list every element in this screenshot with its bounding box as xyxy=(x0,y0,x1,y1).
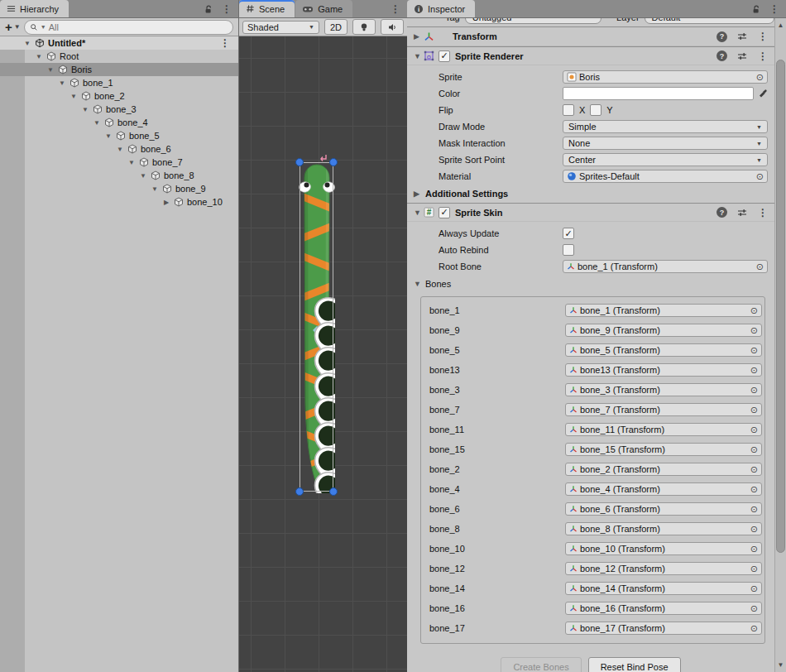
bone-object-field[interactable]: bone_16 (Transform) ⊙ xyxy=(565,602,762,615)
object-picker-icon[interactable]: ⊙ xyxy=(750,584,758,593)
shading-mode-dropdown[interactable]: Shaded ▼ xyxy=(242,21,319,34)
help-icon[interactable]: ? xyxy=(717,50,727,61)
bone-object-field[interactable]: bone_1 (Transform) ⊙ xyxy=(565,304,762,317)
component-menu-icon[interactable]: ⋮ xyxy=(758,31,768,41)
scrollbar-thumb[interactable] xyxy=(776,60,785,553)
foldout-arrow[interactable]: ▼ xyxy=(23,40,31,47)
object-picker-icon[interactable]: ⊙ xyxy=(750,564,758,574)
component-enabled-checkbox[interactable] xyxy=(439,50,450,62)
hierarchy-row[interactable]: ▼ bone_2 ⋮ xyxy=(0,89,238,103)
hierarchy-row[interactable]: ▶ bone_10 ⋮ xyxy=(0,195,238,209)
foldout-arrow[interactable]: ▼ xyxy=(104,132,113,140)
help-icon[interactable]: ? xyxy=(717,31,727,42)
hierarchy-row[interactable]: ▼ Untitled* ⋮ xyxy=(0,36,238,50)
hierarchy-row[interactable]: ▼ Root ⋮ xyxy=(0,50,238,63)
bone-object-field[interactable]: bone_8 (Transform) ⊙ xyxy=(565,522,762,535)
toggle-2d-button[interactable]: 2D xyxy=(324,19,347,35)
bone-object-field[interactable]: bone_5 (Transform) ⊙ xyxy=(565,343,762,357)
object-picker-icon[interactable]: ⊙ xyxy=(750,366,758,375)
selection-handle-bottom-right[interactable] xyxy=(329,487,338,496)
bone-object-field[interactable]: bone_14 (Transform) ⊙ xyxy=(565,582,762,595)
tab-hierarchy[interactable]: Hierarchy xyxy=(0,0,69,17)
object-picker-icon[interactable]: ⊙ xyxy=(750,346,758,355)
lock-icon[interactable] xyxy=(751,4,761,14)
hierarchy-row[interactable]: ▼ bone_9 ⋮ xyxy=(0,182,238,195)
reset-bind-pose-button[interactable]: Reset Bind Pose xyxy=(588,657,681,672)
hierarchy-menu-icon[interactable]: ⋮ xyxy=(222,4,232,14)
always-update-checkbox[interactable] xyxy=(563,228,574,239)
pivot-marker-icon[interactable] xyxy=(319,154,328,164)
hierarchy-row[interactable]: ▼ Boris ⋮ xyxy=(0,63,238,76)
hierarchy-row-menu-icon[interactable]: ⋮ xyxy=(220,38,230,48)
sprite-object-field[interactable]: Boris ⊙ xyxy=(563,70,768,84)
inspector-scrollbar[interactable]: ▲ ▼ xyxy=(774,18,786,672)
hierarchy-row[interactable]: ▼ bone_8 ⋮ xyxy=(0,169,238,182)
selection-handle-top-right[interactable] xyxy=(329,158,338,166)
presets-icon[interactable] xyxy=(737,31,748,41)
tab-scene[interactable]: Scene xyxy=(239,0,295,17)
bone-object-field[interactable]: bone_11 (Transform) ⊙ xyxy=(565,423,762,436)
presets-icon[interactable] xyxy=(737,208,748,218)
bone-object-field[interactable]: bone_3 (Transform) ⊙ xyxy=(565,383,762,396)
bone-object-field[interactable]: bone_7 (Transform) ⊙ xyxy=(565,403,762,416)
object-picker-icon[interactable]: ⊙ xyxy=(750,485,758,494)
lock-icon[interactable] xyxy=(204,4,213,14)
eyedropper-icon[interactable] xyxy=(758,89,768,98)
foldout-arrow[interactable]: ▼ xyxy=(116,146,124,153)
component-menu-icon[interactable]: ⋮ xyxy=(758,208,768,218)
object-picker-icon[interactable]: ⊙ xyxy=(756,73,764,82)
lighting-toggle-button[interactable] xyxy=(352,19,376,35)
selection-handle-top-left[interactable] xyxy=(295,158,304,166)
auto-rebind-checkbox[interactable] xyxy=(563,244,574,256)
object-picker-icon[interactable]: ⊙ xyxy=(750,624,758,633)
object-picker-icon[interactable]: ⊙ xyxy=(750,604,758,613)
object-picker-icon[interactable]: ⊙ xyxy=(750,445,758,454)
object-picker-icon[interactable]: ⊙ xyxy=(756,172,764,181)
presets-icon[interactable] xyxy=(737,51,748,61)
mask-interaction-dropdown[interactable]: None▼ xyxy=(563,137,768,150)
foldout-arrow[interactable]: ▼ xyxy=(151,185,159,193)
scroll-up-icon[interactable]: ▲ xyxy=(775,22,786,29)
tab-game[interactable]: Game xyxy=(295,0,352,17)
create-object-button[interactable]: +▼ xyxy=(5,20,21,34)
foldout-arrow[interactable]: ▼ xyxy=(414,52,424,60)
tag-dropdown[interactable]: Untagged xyxy=(465,18,601,24)
foldout-arrow[interactable]: ▼ xyxy=(93,119,101,127)
object-picker-icon[interactable]: ⊙ xyxy=(750,525,758,534)
hierarchy-row[interactable]: ▼ bone_1 ⋮ xyxy=(0,76,238,89)
transform-component-header[interactable]: ▶ Transform ? ⋮ xyxy=(407,27,774,46)
object-picker-icon[interactable]: ⊙ xyxy=(750,505,758,514)
object-picker-icon[interactable]: ⊙ xyxy=(750,306,758,315)
additional-settings-foldout[interactable]: ▶ Additional Settings xyxy=(407,185,774,203)
hierarchy-search-input[interactable]: ▼ All xyxy=(24,20,233,35)
tab-inspector[interactable]: Inspector xyxy=(407,0,475,17)
object-picker-icon[interactable]: ⊙ xyxy=(750,465,758,474)
selection-handle-bottom-left[interactable] xyxy=(295,487,304,496)
hierarchy-row[interactable]: ▼ bone_7 ⋮ xyxy=(0,156,238,169)
bone-object-field[interactable]: bone_17 (Transform) ⊙ xyxy=(565,622,762,635)
hierarchy-row[interactable]: ▼ bone_6 ⋮ xyxy=(0,142,238,156)
object-picker-icon[interactable]: ⊙ xyxy=(750,545,758,554)
foldout-arrow[interactable]: ▶ xyxy=(414,32,424,41)
material-object-field[interactable]: Sprites-Default ⊙ xyxy=(563,170,768,183)
layer-dropdown[interactable]: Default xyxy=(645,18,774,24)
component-enabled-checkbox[interactable] xyxy=(439,207,450,218)
bone-object-field[interactable]: bone_6 (Transform) ⊙ xyxy=(565,502,762,516)
foldout-arrow[interactable]: ▼ xyxy=(46,66,55,74)
foldout-arrow[interactable]: ▼ xyxy=(139,172,147,180)
bone-object-field[interactable]: bone_2 (Transform) ⊙ xyxy=(565,463,762,476)
sprite-skin-component-header[interactable]: ▼ Sprite Skin ? ⋮ xyxy=(407,203,774,222)
bone-object-field[interactable]: bone_10 (Transform) ⊙ xyxy=(565,542,762,555)
object-picker-icon[interactable]: ⊙ xyxy=(750,386,758,395)
scene-viewport[interactable] xyxy=(239,36,407,672)
bone-object-field[interactable]: bone_9 (Transform) ⊙ xyxy=(565,324,762,337)
object-picker-icon[interactable]: ⊙ xyxy=(750,326,758,335)
create-bones-button[interactable]: Create Bones xyxy=(501,657,581,672)
sprite-sort-point-dropdown[interactable]: Center▼ xyxy=(563,153,768,166)
foldout-arrow[interactable]: ▼ xyxy=(127,159,136,166)
hierarchy-row[interactable]: ▼ bone_3 ⋮ xyxy=(0,103,238,116)
component-menu-icon[interactable]: ⋮ xyxy=(758,51,768,61)
help-icon[interactable]: ? xyxy=(717,207,727,218)
color-swatch[interactable] xyxy=(563,87,754,100)
foldout-arrow[interactable]: ▼ xyxy=(58,79,66,87)
